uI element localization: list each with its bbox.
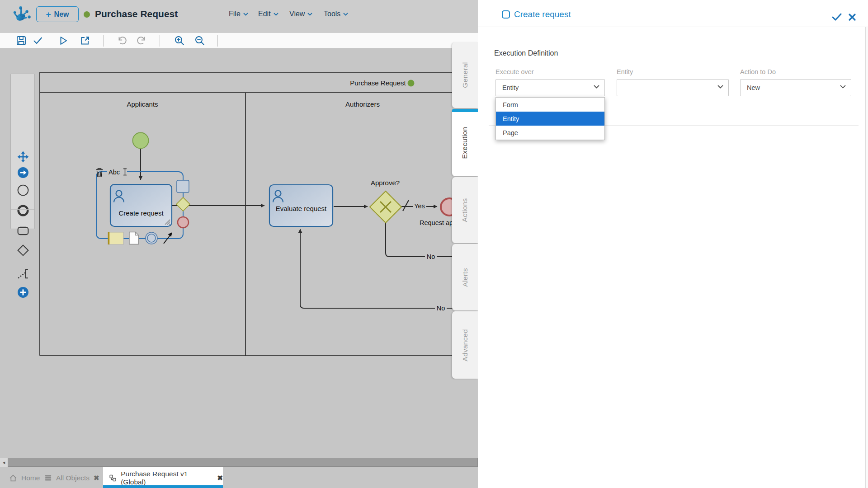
- app-logo-icon: [12, 2, 33, 26]
- menu-edit-label: Edit: [258, 10, 271, 18]
- home-icon: [9, 474, 17, 482]
- redo-icon[interactable]: [136, 35, 147, 46]
- active-tab-indicator: [452, 109, 478, 112]
- panel-title: Create request: [514, 9, 571, 19]
- horizontal-scrollbar: ◂: [0, 458, 478, 467]
- action-to-do-select[interactable]: New: [740, 79, 851, 96]
- bottom-tab-home[interactable]: Home: [9, 467, 40, 488]
- pool-title[interactable]: Purchase Request: [350, 79, 406, 87]
- toolbar-divider: [217, 35, 218, 47]
- tab-general[interactable]: General: [452, 42, 478, 108]
- execute-over-select[interactable]: Entity: [495, 79, 605, 96]
- lane-label-applicants[interactable]: Applicants: [127, 100, 158, 108]
- process-icon: [109, 474, 117, 482]
- tab-advanced-label: Advanced: [461, 329, 469, 361]
- export-icon[interactable]: [80, 35, 90, 46]
- save-icon[interactable]: [16, 35, 27, 46]
- shape-palette: [10, 74, 35, 229]
- intermediate-event-pad-icon[interactable]: [146, 232, 157, 244]
- tab-alerts[interactable]: Alerts: [452, 244, 478, 310]
- task-create-request[interactable]: Create request: [110, 184, 172, 226]
- validate-icon[interactable]: [33, 35, 43, 46]
- bottom-tab-home-label: Home: [21, 474, 40, 482]
- scroll-left-arrow-icon: ◂: [3, 460, 5, 465]
- bottom-tab-all-objects-label: All Objects: [56, 474, 90, 482]
- gateway-question-label[interactable]: Approve?: [371, 179, 400, 187]
- tab-advanced[interactable]: Advanced: [452, 311, 478, 379]
- task-evaluate-request[interactable]: Evaluate request: [269, 185, 333, 226]
- panel-scrollbar-gutter[interactable]: [865, 27, 868, 488]
- flow-label-yes[interactable]: Yes: [414, 202, 425, 210]
- bottom-tab-purchase-request-label: Purchase Request v1 (Global): [121, 470, 210, 486]
- task-label: Evaluate request: [276, 205, 327, 212]
- pool[interactable]: [40, 72, 478, 356]
- zoom-out-icon[interactable]: [194, 35, 205, 46]
- chevron-down-icon: [840, 85, 846, 89]
- flow-label-no-1[interactable]: No: [427, 253, 435, 260]
- chevron-down-icon: [343, 13, 348, 16]
- task-tool-icon[interactable]: [17, 225, 29, 237]
- xor-gateway[interactable]: [370, 191, 401, 223]
- tab-actions-label: Actions: [461, 198, 469, 222]
- palette-divider: [11, 106, 34, 106]
- menu-view[interactable]: View: [289, 10, 312, 18]
- append-end-event-icon[interactable]: [178, 217, 189, 228]
- end-event-label[interactable]: Request ap: [420, 219, 453, 226]
- close-panel-button[interactable]: [848, 13, 856, 23]
- association-tool-icon[interactable]: [17, 268, 29, 280]
- pool-status-dot: [408, 80, 415, 87]
- undo-icon[interactable]: [117, 35, 127, 46]
- add-more-tool-icon[interactable]: [17, 286, 29, 298]
- close-icon[interactable]: ✖: [94, 474, 99, 482]
- check-icon: [832, 13, 842, 22]
- execute-over-value: Entity: [502, 84, 519, 91]
- end-event-tool-icon[interactable]: [17, 205, 29, 216]
- page-title: Purchase Request: [95, 9, 178, 19]
- document-pad-icon[interactable]: [129, 232, 139, 244]
- run-icon[interactable]: [58, 35, 69, 46]
- objects-list-icon: [44, 474, 52, 482]
- workspace-tab-bar: Home All Objects ✖ Purchase Request v1 (…: [0, 467, 478, 488]
- gateway-tool-icon[interactable]: [17, 244, 29, 256]
- menu-file[interactable]: File: [229, 10, 248, 18]
- move-tool-icon[interactable]: [17, 151, 29, 163]
- dropdown-option-form[interactable]: Form: [496, 98, 604, 112]
- lane-label-authorizers[interactable]: Authorizers: [345, 100, 380, 108]
- chevron-down-icon: [717, 85, 723, 89]
- start-event[interactable]: [133, 133, 149, 149]
- tab-alerts-label: Alerts: [461, 268, 469, 286]
- dropdown-option-entity[interactable]: Entity: [496, 112, 604, 126]
- connect-arrow-icon[interactable]: [164, 232, 172, 244]
- tab-actions[interactable]: Actions: [452, 177, 478, 243]
- flow-label-no-2[interactable]: No: [437, 305, 445, 312]
- zoom-in-icon[interactable]: [174, 35, 185, 46]
- tab-execution[interactable]: Execution: [452, 109, 478, 176]
- append-gateway-icon[interactable]: [176, 197, 190, 211]
- active-bottom-tab-indicator: [103, 485, 223, 488]
- flow-return-no[interactable]: [300, 229, 478, 308]
- annotation-pad-icon[interactable]: [108, 232, 123, 244]
- scrollbar-thumb[interactable]: [8, 458, 478, 467]
- delete-trash-icon[interactable]: [96, 169, 103, 177]
- menu-tools[interactable]: Tools: [324, 10, 348, 18]
- close-icon[interactable]: ✖: [217, 474, 223, 482]
- start-event-tool-icon[interactable]: [17, 184, 29, 196]
- bottom-tab-purchase-request[interactable]: Purchase Request v1 (Global) ✖: [103, 467, 223, 488]
- execute-over-label: Execute over: [495, 68, 534, 75]
- dropdown-option-page[interactable]: Page: [496, 126, 604, 140]
- plus-icon: +: [46, 9, 51, 19]
- confirm-button[interactable]: [832, 13, 842, 23]
- connect-tool-icon[interactable]: [17, 167, 29, 178]
- action-to-do-value: New: [747, 84, 760, 91]
- scroll-left-button[interactable]: ◂: [0, 458, 8, 467]
- menu-edit[interactable]: Edit: [258, 10, 278, 18]
- tab-execution-label: Execution: [461, 127, 469, 159]
- entity-select[interactable]: [617, 79, 729, 96]
- new-button[interactable]: + New: [36, 6, 79, 22]
- bpmn-canvas[interactable]: Purchase Request Applicants Authorizers …: [0, 49, 478, 458]
- execute-over-dropdown: Form Entity Page: [495, 97, 605, 140]
- bottom-tab-all-objects[interactable]: All Objects ✖: [44, 467, 99, 488]
- append-task-icon[interactable]: [177, 180, 189, 192]
- rename-hint-label[interactable]: Abc: [108, 169, 120, 176]
- chevron-down-icon: [594, 85, 599, 89]
